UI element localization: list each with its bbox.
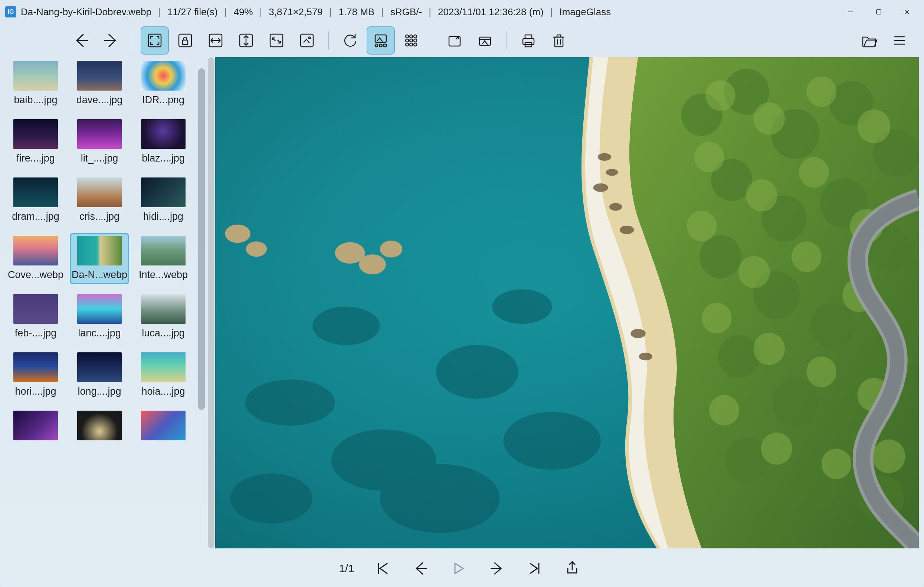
scale-to-width-button[interactable] xyxy=(201,26,230,55)
thumbnail-item[interactable]: blaz....jpg xyxy=(134,119,193,164)
thumbnail-label: Da-N...webp xyxy=(72,269,127,281)
scale-to-fill-button[interactable] xyxy=(293,26,321,55)
thumbnail-item[interactable]: Inte...webp xyxy=(134,236,193,281)
thumbnail-label: long....jpg xyxy=(78,386,121,397)
svg-point-86 xyxy=(756,504,797,547)
title-filesize: 1.78 MB xyxy=(338,6,375,18)
image-viewer[interactable] xyxy=(208,57,919,548)
thumbnail-item[interactable]: fire....jpg xyxy=(6,119,65,164)
title-dimensions: 3,871×2,579 xyxy=(269,6,322,18)
thumbnail-image xyxy=(13,61,58,91)
thumbnail-item[interactable]: dram....jpg xyxy=(6,177,65,222)
thumbnail-label: IDR...png xyxy=(142,94,185,106)
title-filename: Da-Nang-by-Kiril-Dobrev.webp xyxy=(21,6,152,18)
thumbnail-item[interactable]: feb-....jpg xyxy=(6,294,65,339)
svg-point-96 xyxy=(738,256,770,288)
svg-point-62 xyxy=(593,184,608,192)
scale-to-fit-button[interactable] xyxy=(262,26,290,55)
first-frame-button[interactable] xyxy=(370,556,396,581)
title-bar: IG Da-Nang-by-Kiril-Dobrev.webp | 11/27 … xyxy=(0,0,924,24)
title-colorspace: sRGB/- xyxy=(390,6,422,18)
svg-point-23 xyxy=(406,39,409,42)
next-frame-button[interactable] xyxy=(483,556,510,581)
title-file-index: 11/27 file(s) xyxy=(167,6,218,18)
thumbnail-label: Cove...webp xyxy=(8,269,63,281)
svg-rect-19 xyxy=(384,44,386,47)
window-close-button[interactable] xyxy=(893,2,921,22)
svg-rect-1 xyxy=(876,10,881,14)
thumbnail-item[interactable]: luca....jpg xyxy=(134,294,193,339)
gallery-toggle-button[interactable] xyxy=(366,26,395,55)
play-animation-button[interactable] xyxy=(446,556,472,581)
svg-point-25 xyxy=(414,39,417,42)
thumbnail-item[interactable]: baib....jpg xyxy=(6,61,65,106)
thumbnail-image xyxy=(141,294,186,324)
thumbnail-image xyxy=(13,119,58,149)
svg-point-91 xyxy=(694,141,724,172)
svg-point-104 xyxy=(761,433,792,465)
svg-rect-33 xyxy=(525,35,532,39)
window-minimize-button[interactable] xyxy=(837,2,865,22)
thumbnail-item[interactable] xyxy=(134,411,193,444)
thumbnail-image xyxy=(77,236,122,265)
thumbnail-item[interactable]: hoia....jpg xyxy=(134,352,193,397)
thumbnail-item[interactable] xyxy=(70,411,129,444)
nav-back-button[interactable] xyxy=(67,26,95,55)
svg-point-90 xyxy=(858,109,891,143)
svg-point-24 xyxy=(410,39,412,42)
thumbnail-label: dave....jpg xyxy=(76,94,123,106)
svg-point-88 xyxy=(753,103,785,135)
thumbnail-item[interactable]: IDR...png xyxy=(134,61,193,106)
nav-forward-button[interactable] xyxy=(97,26,125,55)
refresh-button[interactable] xyxy=(336,26,365,55)
thumbnail-item[interactable]: lanc....jpg xyxy=(70,294,129,339)
thumbnail-item[interactable]: Cove...webp xyxy=(6,236,65,281)
autozoom-button[interactable] xyxy=(141,26,169,55)
svg-point-105 xyxy=(822,448,851,480)
thumbnail-item[interactable]: cris....jpg xyxy=(70,177,129,222)
thumbnail-label: lanc....jpg xyxy=(78,327,121,339)
svg-point-80 xyxy=(718,335,760,378)
thumbnail-image xyxy=(141,352,186,382)
open-file-button[interactable] xyxy=(855,26,883,55)
svg-point-51 xyxy=(503,412,601,470)
thumbnail-image xyxy=(77,352,122,382)
last-frame-button[interactable] xyxy=(521,556,547,581)
svg-point-49 xyxy=(436,345,518,399)
thumbnail-label: lit_....jpg xyxy=(81,152,118,164)
export-frames-button[interactable] xyxy=(559,556,585,581)
window-maximize-button[interactable] xyxy=(865,2,893,22)
thumbnail-item[interactable]: long....jpg xyxy=(70,352,129,397)
thumbnail-item[interactable] xyxy=(6,411,65,444)
svg-rect-32 xyxy=(523,39,534,45)
thumbnail-label: luca....jpg xyxy=(142,327,185,339)
frameless-button[interactable] xyxy=(471,26,499,55)
thumbnail-item[interactable]: hidi....jpg xyxy=(134,177,193,222)
thumbnail-label: dram....jpg xyxy=(12,211,59,222)
thumbnail-item[interactable]: lit_....jpg xyxy=(70,119,129,164)
main-menu-button[interactable] xyxy=(885,26,914,55)
svg-point-60 xyxy=(598,153,611,161)
gallery-scrollbar[interactable] xyxy=(198,68,205,410)
svg-rect-18 xyxy=(380,44,382,47)
thumbnail-item[interactable]: hori....jpg xyxy=(6,352,65,397)
thumbnail-item[interactable]: Da-N...webp xyxy=(70,233,129,284)
svg-point-106 xyxy=(873,439,906,473)
viewer-scrollbar[interactable] xyxy=(208,57,214,548)
scale-to-height-button[interactable] xyxy=(232,26,260,55)
lock-zoom-button[interactable] xyxy=(171,26,199,55)
title-appname: ImageGlass xyxy=(559,6,611,18)
svg-rect-13 xyxy=(270,34,283,47)
svg-point-56 xyxy=(359,254,386,274)
svg-point-87 xyxy=(705,80,736,111)
print-button[interactable] xyxy=(514,26,543,55)
thumbnail-item[interactable]: dave....jpg xyxy=(70,61,129,106)
svg-point-54 xyxy=(492,289,552,324)
svg-point-65 xyxy=(630,329,645,338)
thumbnail-bar-button[interactable] xyxy=(397,26,425,55)
window-fit-button[interactable] xyxy=(441,26,469,55)
thumbnail-image xyxy=(141,411,186,440)
delete-button[interactable] xyxy=(545,26,573,55)
app-icon: IG xyxy=(5,6,16,17)
prev-frame-button[interactable] xyxy=(408,556,434,581)
